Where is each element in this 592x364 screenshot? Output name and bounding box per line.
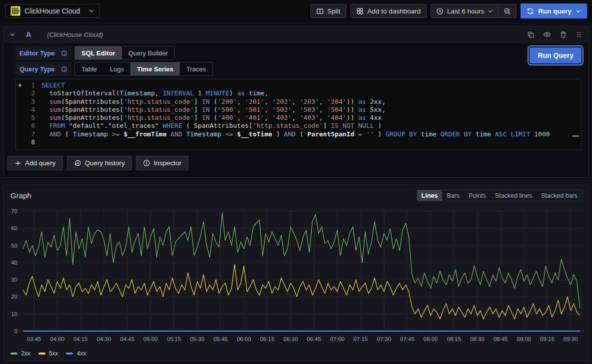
duplicate-query-icon[interactable] — [527, 31, 535, 38]
svg-text:07:45: 07:45 — [400, 336, 415, 342]
svg-text:40: 40 — [11, 260, 17, 266]
svg-text:06:30: 06:30 — [283, 336, 298, 342]
query-type-option-table[interactable]: Table — [75, 62, 103, 75]
chart-legend: 2xx5xx4xx — [10, 349, 589, 358]
query-editor-card: A (ClickHouse Cloud) Editor Type SQL Edi… — [3, 26, 589, 178]
remove-query-trash-icon[interactable] — [560, 31, 567, 38]
svg-text:10: 10 — [11, 311, 17, 317]
datasource-picker[interactable]: ClickHouse Cloud — [5, 4, 100, 18]
plus-icon — [14, 160, 21, 167]
series-2xx — [23, 213, 580, 309]
sql-line-1: +1SELECT — [16, 81, 581, 89]
graph-mode-option-points[interactable]: Points — [464, 190, 491, 201]
info-circle-icon — [143, 159, 150, 167]
clock-icon — [436, 7, 444, 15]
sync-icon — [527, 7, 534, 15]
query-type-option-time-series[interactable]: Time Series — [130, 62, 180, 75]
line-number: 7 — [24, 130, 35, 138]
query-ref-id[interactable]: A — [26, 30, 31, 38]
sql-line-2: 2 toStartOfInterval(Timestamp, INTERVAL … — [16, 89, 581, 97]
history-icon — [74, 159, 81, 167]
graph-mode-option-lines[interactable]: Lines — [417, 190, 443, 201]
graph-mode-option-bars[interactable]: Bars — [442, 190, 464, 201]
svg-text:30: 30 — [11, 277, 17, 283]
svg-text:08:00: 08:00 — [424, 336, 438, 342]
time-range-picker[interactable]: Last 6 hours — [431, 4, 498, 17]
series-5xx — [23, 265, 580, 320]
drag-handle-icon[interactable] — [576, 31, 583, 38]
line-number: 2 — [24, 89, 35, 97]
editor-type-label: Editor Type — [15, 46, 71, 60]
sql-line-5: 5 sum(SpanAttributes['http.status_code']… — [16, 114, 581, 122]
graph-panel-title: Graph — [10, 191, 31, 200]
svg-text:20: 20 — [11, 294, 17, 300]
chevron-down-icon — [88, 8, 94, 14]
sql-line-3: 3 sum(SpanAttributes['http.status_code']… — [16, 98, 581, 106]
add-query-button[interactable]: Add query — [7, 156, 63, 170]
line-number: 8 — [24, 138, 35, 146]
svg-text:05:30: 05:30 — [190, 336, 204, 342]
svg-text:60: 60 — [11, 226, 17, 232]
svg-text:05:00: 05:00 — [143, 336, 158, 342]
query-actions-row: Add query Query history Inspector — [7, 156, 589, 170]
svg-text:04:30: 04:30 — [97, 336, 111, 342]
graph-mode-option-stacked-bars[interactable]: Stacked bars — [537, 190, 582, 201]
svg-text:06:45: 06:45 — [307, 336, 321, 342]
sql-line-6: 6 FROM "default"."otel_traces" WHERE ( S… — [16, 122, 581, 130]
toolbar-actions: Split Add to dashboard Last 6 hours Run … — [310, 3, 587, 18]
line-number: 6 — [24, 122, 35, 130]
line-number: 3 — [24, 98, 35, 106]
apps-grid-icon — [356, 7, 364, 15]
chevron-down-icon — [488, 8, 493, 14]
svg-text:07:15: 07:15 — [353, 336, 368, 342]
editor-type-switch: SQL EditorQuery Builder — [74, 46, 175, 60]
svg-text:50: 50 — [11, 243, 17, 249]
svg-text:06:00: 06:00 — [237, 336, 251, 342]
legend-label: 4xx — [76, 350, 86, 357]
run-query-toolbar-button[interactable]: Run query — [521, 3, 587, 18]
svg-text:07:30: 07:30 — [377, 336, 391, 342]
zoom-out-time-button[interactable] — [498, 4, 516, 17]
disable-query-eye-icon[interactable] — [543, 30, 551, 38]
split-button[interactable]: Split — [310, 4, 346, 18]
line-number: 1 — [24, 81, 35, 89]
line-number: 4 — [24, 106, 35, 114]
legend-item-2xx[interactable]: 2xx — [10, 350, 30, 357]
legend-item-5xx[interactable]: 5xx — [38, 350, 58, 357]
svg-text:08:15: 08:15 — [447, 336, 461, 342]
legend-item-4xx[interactable]: 4xx — [66, 350, 86, 357]
query-type-switch: TableLogsTime SeriesTraces — [74, 62, 213, 76]
legend-swatch — [10, 353, 17, 355]
query-editor-body: Editor Type SQL EditorQuery Builder Run … — [3, 43, 589, 150]
inspector-button[interactable]: Inspector — [136, 156, 189, 170]
query-type-label: Query Type — [15, 62, 71, 76]
clickhouse-logo — [10, 6, 20, 16]
time-series-chart[interactable]: 01020304050607003:4504:0004:1504:3004:45… — [3, 203, 589, 348]
editor-scrollbar-thumb[interactable] — [573, 135, 579, 137]
svg-text:07:00: 07:00 — [330, 336, 345, 342]
svg-text:08:45: 08:45 — [494, 336, 508, 342]
collapse-chevron-icon[interactable] — [9, 32, 15, 37]
editor-type-option-sql-editor[interactable]: SQL Editor — [75, 46, 122, 59]
add-to-dashboard-button[interactable]: Add to dashboard — [350, 4, 427, 18]
chevron-down-icon[interactable] — [576, 8, 581, 14]
svg-text:70: 70 — [11, 208, 17, 214]
graph-mode-option-stacked-lines[interactable]: Stacked lines — [491, 190, 537, 201]
legend-label: 5xx — [49, 350, 58, 357]
datasource-name: ClickHouse Cloud — [24, 7, 84, 15]
editor-type-option-query-builder[interactable]: Query Builder — [122, 46, 174, 59]
add-line-icon[interactable]: + — [16, 81, 24, 89]
query-history-button[interactable]: Query history — [67, 156, 132, 170]
query-row-header: A (ClickHouse Cloud) — [3, 26, 589, 43]
svg-text:09:00: 09:00 — [517, 336, 531, 342]
run-query-button[interactable]: Run Query — [530, 47, 582, 63]
info-circle-icon[interactable] — [61, 66, 67, 72]
sql-editor[interactable]: +1SELECT2 toStartOfInterval(Timestamp, I… — [15, 79, 582, 150]
query-row-actions — [527, 30, 583, 38]
line-number: 5 — [24, 114, 35, 122]
info-circle-icon[interactable] — [61, 50, 67, 56]
query-type-option-logs[interactable]: Logs — [103, 62, 130, 75]
explore-toolbar: ClickHouse Cloud Split Add to dashboard … — [0, 0, 592, 22]
graph-mode-switch: LinesBarsPointsStacked linesStacked bars — [417, 190, 583, 201]
query-type-option-traces[interactable]: Traces — [180, 62, 212, 75]
